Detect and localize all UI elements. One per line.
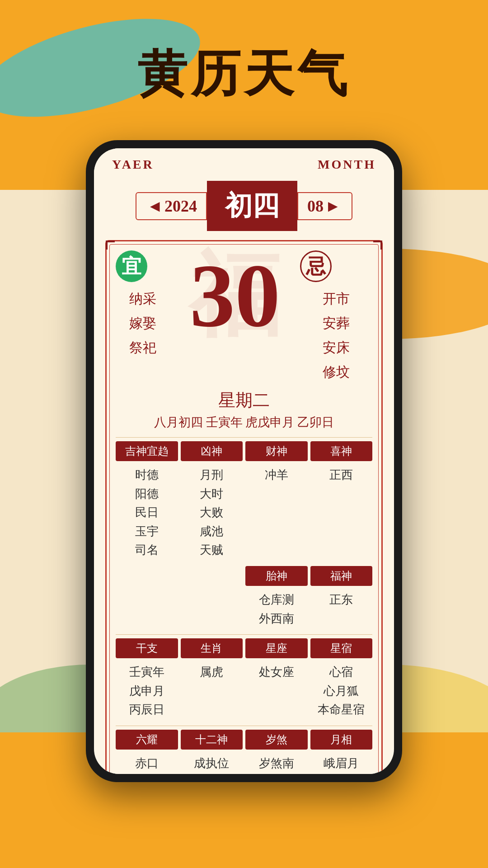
xiong-shen-header: 凶神 xyxy=(181,441,243,461)
xing-zuo-header: 星座 xyxy=(245,638,308,658)
ji-item-4: 修坟 xyxy=(300,360,372,384)
ji-items: 开市 安葬 安床 修坟 xyxy=(300,287,372,384)
info-grid-row1: 吉神宜趋 凶神 财神 喜神 xyxy=(116,441,372,461)
fu-shen-value: 正东 xyxy=(310,588,373,631)
liu-yao-header: 六耀 xyxy=(116,730,178,750)
info-grid-row2-vals: 仓库测外西南 正东 xyxy=(116,588,372,631)
yue-xiang-header: 月相 xyxy=(310,730,373,750)
prev-arrow[interactable]: ◀ xyxy=(145,198,164,213)
ji-item-2: 安葬 xyxy=(300,311,372,335)
sheng-xiao-header: 生肖 xyxy=(181,638,243,658)
fu-shen-header: 福神 xyxy=(310,566,373,586)
cai-shen-header: 财神 xyxy=(245,441,308,461)
sui-sha-value: 岁煞南 xyxy=(245,751,308,774)
sui-sha-header: 岁煞 xyxy=(245,730,308,750)
separator-3 xyxy=(116,726,372,726)
year-label: YAER xyxy=(112,157,154,172)
ji-shen-header: 吉神宜趋 xyxy=(116,441,178,461)
year-display: 2024 xyxy=(164,197,197,216)
ji-item-1: 开市 xyxy=(300,287,372,311)
shi-er-shen-value: 成执位 xyxy=(181,751,243,774)
ji-column: 忌 开市 安葬 安床 修坟 xyxy=(300,250,372,384)
day-number-section: 福 30 xyxy=(170,250,300,341)
cai-shen-value: 冲羊 xyxy=(245,463,308,562)
sheng-xiao-value: 属虎 xyxy=(181,660,243,722)
phone-screen: YAER MONTH ◀ 2024 初四 08 ▶ xyxy=(94,148,394,774)
date-nav-right[interactable]: 08 ▶ xyxy=(297,192,352,220)
info-grid-row4: 六耀 十二神 岁煞 月相 xyxy=(116,730,372,750)
info-grid-row3-vals: 壬寅年戊申月丙辰日 属虎 处女座 心宿心月狐本命星宿 xyxy=(116,660,372,722)
separator-2 xyxy=(116,634,372,635)
date-navigation: ◀ 2024 初四 08 ▶ xyxy=(94,176,394,236)
yi-item-3: 祭祀 xyxy=(116,335,170,360)
xiong-shen-value: 月刑大时大败咸池天贼 xyxy=(181,463,243,562)
ji-badge: 忌 xyxy=(300,250,332,282)
info-grid-row1-vals: 时德阳德民日玉宇司名 月刑大时大败咸池天贼 冲羊 正西 xyxy=(116,463,372,562)
yi-column: 宜 纳采 嫁娶 祭祀 xyxy=(116,250,170,360)
month-display: 08 xyxy=(307,197,324,216)
info-grid-row2: 胎神 福神 xyxy=(116,566,372,586)
gan-zhi-header: 干支 xyxy=(116,638,178,658)
yi-item-2: 嫁娶 xyxy=(116,311,170,335)
bg-fu-decoration: 福 xyxy=(190,250,280,341)
app-title: 黄历天气 xyxy=(0,41,488,108)
info-grid-row4-vals: 赤口 成执位 岁煞南 峨眉月 xyxy=(116,751,372,774)
lunar-date-detail: 八月初四 壬寅年 虎戊申月 乙卯日 xyxy=(116,414,372,430)
yi-badge: 宜 xyxy=(116,250,147,282)
liu-yao-value: 赤口 xyxy=(116,751,178,774)
separator-1 xyxy=(116,437,372,438)
shi-er-shen-header: 十二神 xyxy=(181,730,243,750)
lunar-day-text: 初四 xyxy=(225,191,279,221)
top-bar: YAER MONTH xyxy=(94,148,394,176)
xi-shen-header: 喜神 xyxy=(310,441,373,461)
next-arrow[interactable]: ▶ xyxy=(324,198,343,213)
yi-ji-row: 宜 纳采 嫁娶 祭祀 福 30 忌 开市 xyxy=(116,250,372,384)
weekday-display: 星期二 xyxy=(116,389,372,412)
xing-zuo-value: 处女座 xyxy=(245,660,308,722)
info-grid-row3: 干支 生肖 星座 星宿 xyxy=(116,638,372,658)
date-nav-left[interactable]: ◀ 2024 xyxy=(136,192,207,220)
ji-shen-value: 时德阳德民日玉宇司名 xyxy=(116,463,178,562)
yue-xiang-value: 峨眉月 xyxy=(310,751,373,774)
calendar-box: 宜 纳采 嫁娶 祭祀 福 30 忌 开市 xyxy=(105,240,383,774)
month-label: MONTH xyxy=(318,157,376,172)
xi-shen-value: 正西 xyxy=(310,463,373,562)
tai-shen-header: 胎神 xyxy=(245,566,308,586)
ji-item-3: 安床 xyxy=(300,335,372,360)
xing-xiu-value: 心宿心月狐本命星宿 xyxy=(310,660,373,722)
lunar-day-badge: 初四 xyxy=(207,181,297,231)
big-date-number: 福 30 xyxy=(170,250,300,341)
yi-item-1: 纳采 xyxy=(116,287,170,311)
yi-items: 纳采 嫁娶 祭祀 xyxy=(116,287,170,360)
tai-shen-value: 仓库测外西南 xyxy=(245,588,308,631)
xing-xiu-header: 星宿 xyxy=(310,638,373,658)
phone-mockup: YAER MONTH ◀ 2024 初四 08 ▶ xyxy=(86,140,402,782)
gan-zhi-value: 壬寅年戊申月丙辰日 xyxy=(116,660,178,722)
